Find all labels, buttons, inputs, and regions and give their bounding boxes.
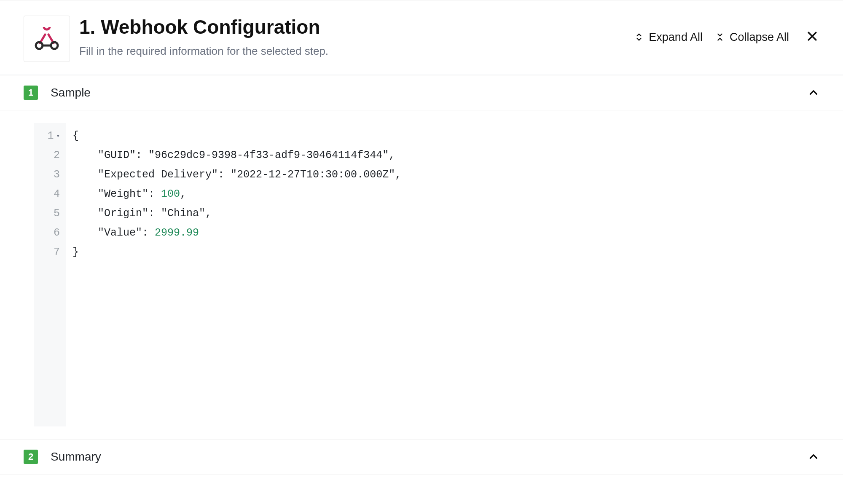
json-editor[interactable]: 1▾234567 { "GUID": "96c29dc9-9398-4f33-a… [34, 123, 819, 426]
code-line: "Value": 2999.99 [72, 223, 813, 243]
chevron-up-icon [808, 451, 819, 463]
page-subtitle: Fill in the required information for the… [79, 45, 624, 58]
close-icon [806, 30, 819, 44]
line-number: 6 [41, 223, 60, 243]
section-row-sample[interactable]: 1 Sample [0, 75, 843, 110]
editor-wrap: 1▾234567 { "GUID": "96c29dc9-9398-4f33-a… [0, 110, 843, 439]
collapse-icon [714, 32, 725, 43]
code-line: "Origin": "China", [72, 204, 813, 223]
expand-all-label: Expand All [649, 31, 703, 44]
expand-icon [634, 32, 644, 43]
code-line: "GUID": "96c29dc9-9398-4f33-adf9-3046411… [72, 146, 813, 165]
section-title: Summary [51, 450, 795, 464]
collapse-all-label: Collapse All [730, 31, 789, 44]
line-number: 5 [41, 204, 60, 223]
line-number: 4 [41, 185, 60, 204]
page-title: 1. Webhook Configuration [79, 16, 624, 39]
code-line: "Expected Delivery": "2022-12-27T10:30:0… [72, 165, 813, 185]
line-number: 1▾ [41, 126, 60, 146]
chevron-up-icon [808, 87, 819, 99]
fold-toggle-icon[interactable]: ▾ [56, 126, 60, 146]
title-block: 1. Webhook Configuration Fill in the req… [79, 16, 624, 58]
webhook-logo-box [24, 16, 70, 62]
line-number: 3 [41, 165, 60, 185]
section-row-summary[interactable]: 2 Summary [0, 439, 843, 475]
collapse-all-button[interactable]: Collapse All [714, 31, 789, 44]
editor-gutter: 1▾234567 [34, 123, 66, 426]
section-title: Sample [51, 86, 795, 99]
step-badge: 2 [24, 450, 38, 464]
header-actions: Expand All Collapse All [634, 30, 819, 44]
header: 1. Webhook Configuration Fill in the req… [0, 0, 843, 75]
step-badge: 1 [24, 86, 38, 100]
code-line: } [72, 243, 813, 262]
code-line: "Weight": 100, [72, 185, 813, 204]
code-line: { [72, 126, 813, 146]
expand-all-button[interactable]: Expand All [634, 31, 703, 44]
close-button[interactable] [805, 30, 819, 44]
editor-code[interactable]: { "GUID": "96c29dc9-9398-4f33-adf9-30464… [66, 123, 819, 426]
line-number: 2 [41, 146, 60, 165]
line-number: 7 [41, 243, 60, 262]
webhook-icon [34, 27, 59, 51]
page: 1. Webhook Configuration Fill in the req… [0, 0, 843, 504]
